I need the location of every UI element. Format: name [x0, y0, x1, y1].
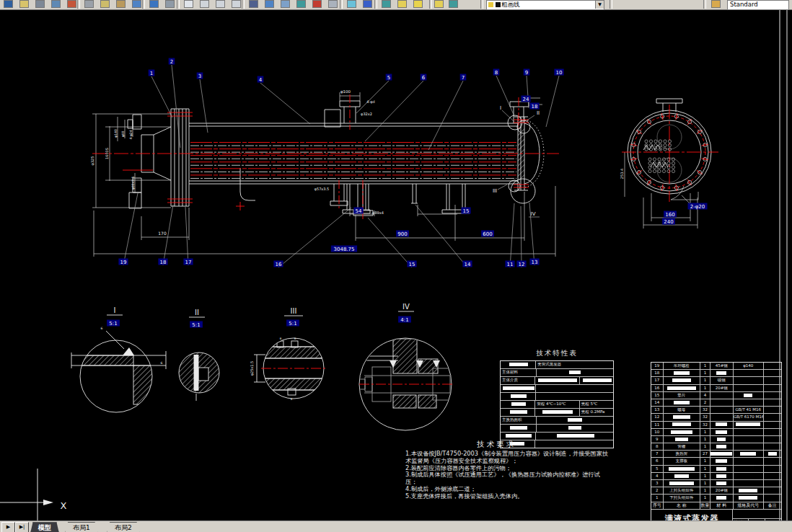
table-icon[interactable]	[263, 0, 274, 8]
annotation-label: φ32x2	[361, 112, 372, 117]
tab-nav-last-button[interactable]: ▶|	[15, 522, 29, 532]
annotation-label: φ57x3.5	[314, 187, 330, 192]
annotation-label: 6	[294, 337, 296, 340]
dim-label: 2-φ20	[690, 204, 705, 210]
parts-list-row: 51	[651, 466, 781, 473]
balloon-label: 2	[170, 59, 173, 65]
annotation-label: 4-φ24	[129, 130, 133, 139]
make-object-layer-icon[interactable]	[433, 0, 444, 8]
sheet-set-icon[interactable]	[295, 0, 306, 8]
parts-list-row: 31	[651, 480, 781, 487]
dim-label: 3048.75	[334, 247, 355, 252]
annotation-label: II	[537, 110, 540, 116]
annotation-label: IV	[531, 211, 536, 217]
parts-list: 19吊环螺栓145#钢φ140181171碳钢16120#钢15垫片414213…	[651, 362, 782, 532]
parts-list-row: 1232GB/T 6170 M16	[651, 414, 781, 421]
cut-icon[interactable]	[83, 0, 94, 8]
annotation-label: 6	[291, 397, 293, 401]
tech-table-row	[501, 385, 613, 393]
layout-tab-bar: ▶ ▶| 模型布局1布局2	[0, 520, 792, 532]
layers-icon[interactable]	[380, 0, 391, 8]
toolbar-separator	[429, 0, 432, 9]
zoom-previous-icon[interactable]	[230, 0, 241, 8]
dim-label: 5:1	[109, 321, 117, 327]
parts-list-row: 8管栅1	[651, 443, 781, 451]
tab-model[interactable]: 模型	[30, 522, 59, 532]
dim-label: 900	[397, 231, 407, 237]
ucs-icon	[0, 469, 53, 520]
parts-list-header: 序号名 称数量材 料规格及代号备注	[651, 502, 781, 510]
toolbar-separator	[340, 0, 343, 9]
parts-list-row: 101	[651, 429, 781, 436]
dim-label: 5:1	[192, 322, 200, 328]
layer-states-icon[interactable]	[396, 0, 407, 8]
balloon-label: 19	[120, 260, 127, 265]
technical-requirements: 技术要求 1.本设备按JB/T4750-2003《制冷装置用压力容器》设计制造，…	[405, 440, 645, 500]
tech-req-title: 技术要求	[405, 440, 587, 451]
tech-table-row: 壳程 0.2MPa	[501, 409, 613, 417]
parts-list-row: 1132	[651, 422, 781, 429]
annotation-label: φ100	[340, 89, 351, 94]
balloon-label: 3	[198, 74, 201, 79]
undo-icon[interactable]	[148, 0, 159, 8]
toolbar-separator	[374, 0, 377, 9]
layer-dropdown-arrow-icon[interactable]: ▼	[595, 1, 604, 9]
parts-list-row: 41	[651, 473, 781, 480]
annotation-label: φ140	[114, 129, 118, 138]
annotation-label: I	[114, 306, 116, 314]
balloon-label: 9	[525, 70, 528, 76]
annotation-label: 253.4	[620, 169, 624, 179]
save-icon[interactable]	[2, 0, 13, 8]
tech-table-row: 主体介质	[501, 377, 613, 385]
field-icon[interactable]	[279, 0, 290, 8]
parts-list-row: 13螺母32GB/T 41 M16	[651, 407, 781, 414]
layer-dropdown[interactable]: 粗画线 ▼	[486, 0, 604, 10]
dim-label: 24	[523, 97, 529, 102]
tech-table-row: 主体材料	[501, 369, 613, 377]
style-dropdown[interactable]: Standard	[727, 0, 789, 10]
bulb-icon[interactable]	[412, 0, 423, 8]
help-icon[interactable]	[361, 0, 372, 8]
annotation-label: 6	[101, 327, 103, 330]
balloon-label: 16	[276, 262, 282, 267]
markup-icon[interactable]	[311, 0, 322, 8]
balloon-label: 12	[519, 262, 525, 267]
dim-label: 5:1	[289, 321, 296, 327]
parts-list-row: 171碳钢	[651, 377, 781, 384]
tab-nav-next-button[interactable]: ▶	[1, 522, 15, 532]
annotation-label: III	[291, 307, 297, 315]
tab-layout1[interactable]: 布局1	[65, 522, 98, 532]
view-icon[interactable]	[346, 0, 356, 8]
dim-label: 15	[463, 208, 470, 214]
annotation-label: φ325	[90, 156, 95, 166]
annotation-label: φ25x1.5	[250, 361, 255, 376]
open-icon[interactable]	[18, 0, 29, 8]
pan-icon[interactable]	[182, 0, 193, 8]
grid-icon[interactable]	[327, 0, 338, 8]
tech-table-title: 技术特性表	[500, 349, 614, 360]
paste-icon[interactable]	[115, 0, 126, 8]
application-window: { "window": {"layer_name": "粗画线", "style…	[0, 0, 792, 532]
match-properties-icon[interactable]	[131, 0, 141, 8]
layer-previous-icon[interactable]	[447, 0, 458, 8]
balloon-label: 15	[409, 262, 415, 267]
redo-icon[interactable]	[164, 0, 175, 8]
annotation-label: φ89x4	[372, 210, 384, 216]
tab-layout2[interactable]: 布局2	[107, 522, 140, 532]
plot-preview-icon[interactable]	[50, 0, 61, 8]
text-style-icon[interactable]	[247, 0, 258, 8]
copy-icon[interactable]	[99, 0, 110, 8]
annotation-label: I	[500, 105, 501, 111]
publish-icon[interactable]	[66, 0, 76, 8]
balloon-label: 4	[259, 77, 263, 83]
toolbar-separator	[610, 0, 612, 9]
zoom-realtime-icon[interactable]	[198, 0, 209, 8]
dim-label: 18	[532, 104, 538, 110]
tech-table-row: 管程 4℃~10℃壳程 5℃	[501, 401, 613, 409]
plot-icon[interactable]	[34, 0, 45, 8]
parts-list-row: 1下封头组焊件1	[651, 495, 781, 502]
zoom-window-icon[interactable]	[214, 0, 225, 8]
layer-color-icon	[488, 2, 493, 7]
properties-pencil-icon[interactable]	[710, 0, 721, 8]
dim-label: 54	[356, 208, 362, 214]
